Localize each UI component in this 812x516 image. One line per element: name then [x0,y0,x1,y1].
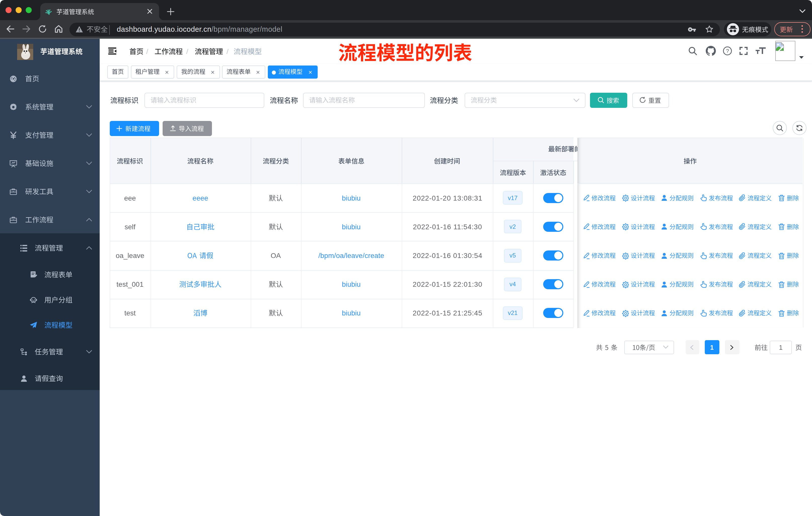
svg-text:?: ? [726,48,729,54]
